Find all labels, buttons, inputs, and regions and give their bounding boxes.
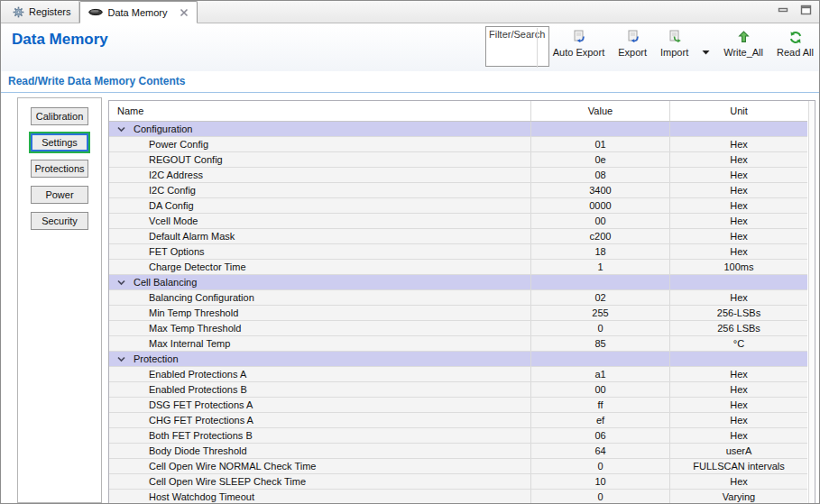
group-row-configuration[interactable]: Configuration — [109, 122, 807, 137]
table-row[interactable]: CHG FET Protections AefHex — [109, 413, 807, 428]
toolbar-button-label: Write_All — [723, 47, 763, 58]
group-row-cell-balancing[interactable]: Cell Balancing — [109, 275, 807, 290]
table-row[interactable]: Max Internal Temp85°C — [109, 336, 807, 352]
group-name-cell: Cell Balancing — [109, 275, 531, 289]
section-header: Read/Write Data Memory Contents — [1, 71, 819, 93]
table-row[interactable]: Both FET Protections B06Hex — [109, 428, 807, 444]
chevron-down-icon[interactable] — [117, 356, 125, 362]
table-row[interactable]: Host Watchdog Timeout0Varying — [109, 490, 807, 504]
chevron-down-icon[interactable] — [117, 279, 125, 286]
cell-unit: Hex — [670, 198, 807, 213]
cell-value: 00 — [531, 382, 670, 397]
cell-unit: Hex — [670, 183, 807, 197]
table-row[interactable]: I2C Address08Hex — [109, 168, 807, 183]
dropdown-arrow-icon[interactable] — [702, 50, 710, 55]
maximize-icon[interactable] — [800, 5, 812, 15]
table-row[interactable]: I2C Config3400Hex — [109, 183, 807, 198]
cell-name: CHG FET Protections A — [109, 413, 531, 427]
cell-name: FET Options — [109, 244, 531, 259]
table-row[interactable]: Enabled Protections B00Hex — [109, 382, 807, 398]
column-header-name[interactable]: Name — [109, 101, 531, 121]
table-row[interactable]: Cell Open Wire NORMAL Check Time0FULLSCA… — [109, 459, 807, 474]
tab-registers[interactable]: Registers — [5, 1, 79, 23]
cell-unit: Hex — [670, 367, 807, 381]
column-header-value[interactable]: Value — [531, 101, 670, 121]
table-row[interactable]: FET Options18Hex — [109, 244, 807, 260]
toolbar-import-button[interactable]: Import — [660, 28, 688, 58]
toolbar-export-button[interactable]: Export — [618, 28, 647, 58]
cell-name: Cell Open Wire SLEEP Check Time — [109, 474, 531, 489]
category-sidebar: CalibrationSettingsProtectionsPowerSecur… — [17, 97, 102, 503]
chevron-down-icon[interactable] — [117, 126, 125, 133]
cell-unit: Hex — [670, 428, 807, 443]
group-label: Protection — [134, 353, 179, 364]
table-row[interactable]: Power Config01Hex — [109, 137, 807, 152]
table-row[interactable]: Enabled Protections Aa1Hex — [109, 367, 807, 382]
cell-value: 1 — [531, 260, 670, 274]
cell-name: Both FET Protections B — [109, 428, 531, 443]
cell-unit: Hex — [670, 137, 807, 151]
cell-name: I2C Config — [109, 183, 531, 197]
toolbar-read-all-button[interactable]: Read All — [777, 28, 814, 58]
cell-value: 06 — [531, 428, 670, 443]
sidebar-button-calibration[interactable]: Calibration — [31, 107, 88, 125]
table-header-row: Name Value Unit — [109, 101, 807, 122]
cell-name: Max Internal Temp — [109, 336, 531, 351]
table-row[interactable]: Body Diode Threshold64userA — [109, 444, 807, 459]
group-value-cell — [531, 352, 670, 366]
cell-unit: userA — [670, 444, 807, 458]
cell-value: 10 — [531, 474, 670, 489]
table-row[interactable]: Min Temp Threshold255256-LSBs — [109, 306, 807, 321]
sidebar-button-protections[interactable]: Protections — [31, 160, 88, 178]
table-row[interactable]: Balancing Configuration02Hex — [109, 290, 807, 306]
cell-value: 3400 — [531, 183, 670, 197]
cell-value: a1 — [531, 367, 670, 381]
cell-unit: Hex — [670, 382, 807, 397]
cell-name: Min Temp Threshold — [109, 306, 531, 320]
table-row[interactable]: DA Config0000Hex — [109, 198, 807, 214]
group-name-cell: Protection — [109, 352, 531, 366]
cell-unit: °C — [670, 336, 807, 351]
sidebar-button-security[interactable]: Security — [31, 212, 88, 230]
table-row[interactable]: Cell Open Wire SLEEP Check Time10Hex — [109, 474, 807, 490]
sidebar-button-settings[interactable]: Settings — [31, 133, 88, 151]
table-row[interactable]: REGOUT Config0eHex — [109, 152, 807, 168]
data-memory-view: RegistersData Memory Data Memory Auto Ex… — [0, 0, 820, 504]
table-row[interactable]: Default Alarm Maskc200Hex — [109, 229, 807, 244]
cell-name: DSG FET Protections A — [109, 398, 531, 412]
minimize-icon[interactable] — [778, 5, 789, 15]
cell-name: Cell Open Wire NORMAL Check Time — [109, 459, 531, 473]
cell-name: I2C Address — [109, 168, 531, 182]
tabs-container: RegistersData Memory — [1, 1, 819, 23]
close-icon[interactable] — [180, 8, 189, 17]
cell-name: Body Diode Threshold — [109, 444, 531, 458]
toolbar-button-label: Export — [618, 47, 647, 58]
table-row[interactable]: Charge Detector Time1100ms — [109, 260, 807, 275]
cell-value: 02 — [531, 290, 670, 305]
table-row[interactable]: DSG FET Protections AffHex — [109, 398, 807, 413]
table-row[interactable]: Vcell Mode00Hex — [109, 214, 807, 229]
toolbar: Auto ExportExportImportWrite_AllRead All — [537, 28, 814, 68]
cell-unit: Hex — [670, 214, 807, 228]
tab-data-memory[interactable]: Data Memory — [79, 1, 197, 23]
group-row-protection[interactable]: Protection — [109, 352, 807, 367]
group-value-cell — [531, 122, 670, 136]
scrollbar-track[interactable] — [808, 101, 815, 503]
write-arrow-icon — [738, 30, 750, 44]
table-body: ConfigurationPower Config01HexREGOUT Con… — [109, 122, 807, 504]
tab-label: Data Memory — [107, 7, 167, 18]
toolbar-write-all-button[interactable]: Write_All — [723, 28, 763, 58]
data-memory-table: Name Value Unit ConfigurationPower Confi… — [108, 100, 815, 504]
column-header-unit[interactable]: Unit — [670, 101, 807, 121]
tab-label: Registers — [29, 6, 70, 17]
cell-value: 64 — [531, 444, 670, 458]
cell-value: 00 — [531, 214, 670, 228]
toolbar-auto-export-button[interactable]: Auto Export — [553, 28, 604, 58]
export-doc-icon — [571, 30, 586, 44]
cell-value: ef — [531, 413, 670, 427]
cell-unit: Hex — [670, 474, 807, 489]
cell-unit: Hex — [670, 244, 807, 259]
cell-name: Vcell Mode — [109, 214, 531, 228]
sidebar-button-power[interactable]: Power — [31, 186, 88, 204]
table-row[interactable]: Max Temp Threshold0256 LSBs — [109, 321, 807, 336]
